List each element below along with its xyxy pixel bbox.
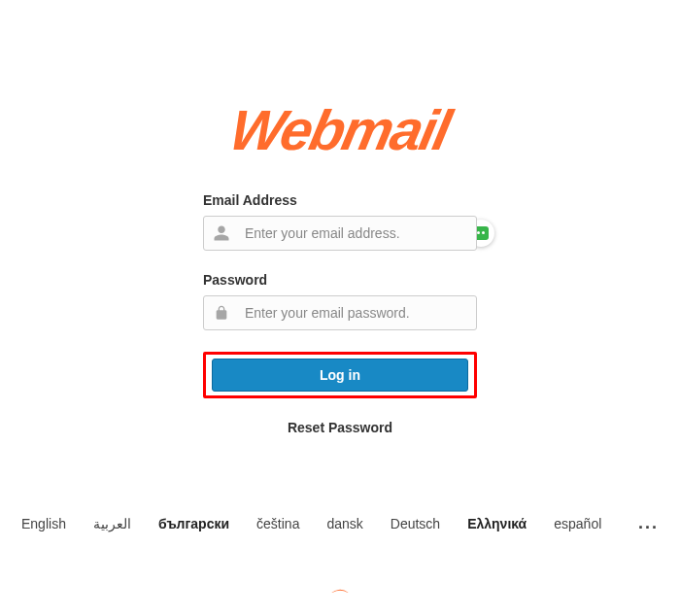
lang-danish[interactable]: dansk: [326, 516, 362, 531]
lang-german[interactable]: Deutsch: [391, 516, 440, 531]
bottom-ornament: ⌒: [330, 586, 350, 612]
login-page: Webmail Email Address Password Log i: [0, 0, 680, 435]
brand-logo: Webmail: [225, 102, 455, 158]
password-field-wrap: [203, 295, 477, 330]
email-field-wrap: [203, 216, 477, 251]
login-button[interactable]: Log in: [212, 359, 468, 392]
lang-spanish[interactable]: español: [554, 516, 601, 531]
email-input[interactable]: [203, 216, 477, 251]
password-label: Password: [203, 272, 477, 288]
password-input[interactable]: [203, 295, 477, 330]
login-highlight: Log in: [203, 352, 477, 398]
language-bar: English العربية български čeština dansk …: [0, 513, 680, 533]
lang-arabic[interactable]: العربية: [93, 516, 131, 531]
reset-password-link[interactable]: Reset Password: [203, 420, 477, 435]
more-languages-button[interactable]: ...: [638, 513, 659, 533]
lock-icon: [213, 304, 230, 322]
lang-greek[interactable]: Ελληνικά: [467, 516, 527, 531]
lang-bulgarian[interactable]: български: [158, 516, 229, 531]
lang-english[interactable]: English: [21, 516, 66, 531]
user-icon: [213, 224, 230, 242]
login-form: Email Address Password Log in Reset Pass…: [203, 192, 477, 435]
email-label: Email Address: [203, 192, 477, 208]
lang-czech[interactable]: čeština: [256, 516, 299, 531]
